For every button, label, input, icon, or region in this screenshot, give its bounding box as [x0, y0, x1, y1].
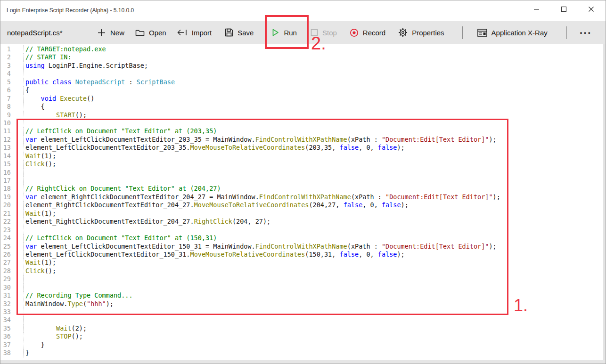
code-lines: 1// TARGET:notepad.exe2// START_IN:3usin…: [0, 44, 603, 357]
app-window: Login Enterprise Script Recorder (Alpha)…: [0, 0, 606, 364]
current-file-label: notepadScript.cs*: [7, 29, 91, 37]
vertical-scrollbar[interactable]: [603, 44, 606, 360]
code-text[interactable]: Wait(1);: [23, 210, 603, 218]
code-text[interactable]: Click();: [23, 267, 603, 275]
code-text[interactable]: using LoginPI.Engine.ScriptBase;: [23, 62, 603, 70]
run-button-label: Run: [284, 29, 297, 37]
code-text[interactable]: var element_RightClickDocumentTextEditor…: [23, 193, 603, 201]
window-title: Login Enterprise Script Recorder (Alpha)…: [7, 7, 134, 14]
properties-button[interactable]: Properties: [398, 28, 444, 37]
code-line: 8 {: [0, 103, 603, 111]
code-text[interactable]: [23, 316, 603, 324]
code-text[interactable]: // LeftClick on Document "Text Editor" a…: [23, 234, 603, 242]
code-editor[interactable]: 1// TARGET:notepad.exe2// START_IN:3usin…: [0, 44, 603, 360]
maximize-button[interactable]: [550, 0, 577, 19]
code-line: 21Wait(1);: [0, 210, 603, 218]
line-number: 30: [0, 283, 11, 291]
import-button[interactable]: Import: [177, 29, 212, 37]
line-number: 29: [0, 275, 11, 283]
line-number: 11: [0, 127, 11, 135]
code-text[interactable]: [23, 169, 603, 177]
xray-window-icon: [477, 29, 487, 37]
code-text[interactable]: [23, 308, 603, 316]
line-number: 26: [0, 251, 11, 259]
floppy-icon: [225, 28, 233, 37]
line-number: 14: [0, 152, 11, 160]
minimize-button[interactable]: [523, 0, 550, 19]
code-text[interactable]: {: [23, 103, 603, 111]
run-button[interactable]: Run: [271, 28, 297, 37]
application-xray-button[interactable]: Application X-Ray: [477, 29, 548, 37]
code-line: 5public class NotepadScript : ScriptBase: [0, 78, 603, 86]
code-line: 20element_RightClickDocumentTextEditor_2…: [0, 201, 603, 209]
code-text[interactable]: // LeftClick on Document "Text Editor" a…: [23, 127, 603, 135]
code-text[interactable]: [23, 226, 603, 234]
code-text[interactable]: element_LeftClickDocumentTextEditor_203_…: [23, 144, 603, 152]
code-line: 14Wait(1);: [0, 152, 603, 160]
code-text[interactable]: Wait(1);: [23, 152, 603, 160]
code-line: 28Click();: [0, 267, 603, 275]
code-line: 37 }: [0, 341, 603, 349]
code-text[interactable]: }: [23, 349, 603, 357]
code-line: 1// TARGET:notepad.exe: [0, 45, 603, 53]
code-text[interactable]: STOP();: [23, 332, 603, 340]
line-number: 27: [0, 259, 11, 267]
code-text[interactable]: START();: [23, 111, 603, 119]
code-text[interactable]: // RightClick on Document "Text Editor" …: [23, 185, 603, 193]
code-text[interactable]: {: [23, 86, 603, 94]
line-number: 4: [0, 70, 11, 78]
code-text[interactable]: MainWindow.Type("hhh");: [23, 300, 603, 308]
code-text[interactable]: [23, 119, 603, 127]
code-text[interactable]: public class NotepadScript : ScriptBase: [23, 78, 603, 86]
code-text[interactable]: var element_LeftClickDocumentTextEditor_…: [23, 243, 603, 251]
code-text[interactable]: var element_LeftClickDocumentTextEditor_…: [23, 136, 603, 144]
open-button-label: Open: [149, 29, 166, 37]
line-number: 33: [0, 308, 11, 316]
code-line: 34: [0, 316, 603, 324]
line-number: 21: [0, 210, 11, 218]
close-button[interactable]: [577, 0, 605, 19]
line-number: 25: [0, 243, 11, 251]
line-number: 2: [0, 53, 11, 61]
new-button[interactable]: New: [97, 28, 124, 37]
code-text[interactable]: [23, 275, 603, 283]
code-line: 18// RightClick on Document "Text Editor…: [0, 185, 603, 193]
line-number: 8: [0, 103, 11, 111]
line-number: 32: [0, 300, 11, 308]
code-line: 27Wait(1);: [0, 259, 603, 267]
code-text[interactable]: void Execute(): [23, 95, 603, 103]
code-line: 25var element_LeftClickDocumentTextEdito…: [0, 243, 603, 251]
stop-button-label: Stop: [322, 29, 337, 37]
ellipsis-icon: •••: [580, 29, 592, 36]
record-button[interactable]: Record: [350, 28, 385, 37]
code-text[interactable]: [23, 177, 603, 185]
code-text[interactable]: [23, 283, 603, 291]
code-text[interactable]: Wait(1);: [23, 259, 603, 267]
save-button-label: Save: [237, 29, 254, 37]
code-text[interactable]: Wait(2);: [23, 324, 603, 332]
code-line: 9 START();: [0, 111, 603, 119]
open-button[interactable]: Open: [135, 29, 166, 37]
code-text[interactable]: Click();: [23, 160, 603, 168]
stop-button[interactable]: Stop: [311, 29, 337, 37]
code-line: 11// LeftClick on Document "Text Editor"…: [0, 127, 603, 135]
code-line: 3using LoginPI.Engine.ScriptBase;: [0, 62, 603, 70]
code-text[interactable]: element_LeftClickDocumentTextEditor_150_…: [23, 251, 603, 259]
more-options-button[interactable]: •••: [580, 29, 592, 36]
code-text[interactable]: [23, 70, 603, 78]
code-text[interactable]: element_RightClickDocumentTextEditor_204…: [23, 218, 603, 226]
save-button[interactable]: Save: [225, 28, 254, 37]
code-text[interactable]: // TARGET:notepad.exe: [23, 45, 603, 53]
code-line: 33: [0, 308, 603, 316]
code-text[interactable]: element_RightClickDocumentTextEditor_204…: [23, 201, 603, 209]
code-text[interactable]: }: [23, 341, 603, 349]
line-number: 18: [0, 185, 11, 193]
record-icon: [350, 28, 359, 37]
line-number: 38: [0, 349, 11, 357]
code-text[interactable]: // START_IN:: [23, 53, 603, 61]
properties-button-label: Properties: [412, 29, 444, 37]
line-number: 10: [0, 119, 11, 127]
code-line: 22element_RightClickDocumentTextEditor_2…: [0, 218, 603, 226]
code-text[interactable]: // Recording Type Command...: [23, 291, 603, 299]
code-line: 2// START_IN:: [0, 53, 603, 61]
